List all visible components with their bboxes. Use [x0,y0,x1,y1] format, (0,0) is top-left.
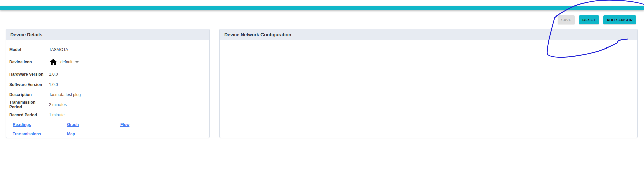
graph-link[interactable]: Graph [67,122,79,127]
field-value: 2 minutes [49,102,67,107]
field-value: TASMOTA [49,47,68,52]
readings-link[interactable]: Readings [13,122,31,127]
field-hardware-version: Hardware Version 1.0.0 [9,69,209,80]
home-icon [49,58,58,66]
field-software-version: Software Version 1.0.0 [9,80,209,90]
field-label: Description [9,92,49,97]
flow-link[interactable]: Flow [120,122,129,127]
field-value: 1.0.0 [49,82,58,87]
field-label: Device Icon [9,60,49,64]
page: SAVE RESET ADD SENSOR Device Details Mod… [0,0,644,190]
field-label: Transmission Period [9,100,49,109]
toolbar: SAVE RESET ADD SENSOR [558,15,636,24]
field-label: Record Period [9,113,49,117]
top-accent-bar [0,6,644,10]
field-value: 1 minute [49,113,65,117]
links-row-1: Readings Graph Flow [9,120,209,129]
device-icon-value: default [60,60,72,64]
links-row-2: Transmissions Map [9,129,209,139]
device-network-configuration-title: Device Network Configuration [220,29,637,40]
field-label: Model [9,47,49,52]
map-link[interactable]: Map [67,132,75,136]
device-network-configuration-body [220,40,637,44]
device-icon-select[interactable]: default [49,58,79,66]
chevron-down-icon [75,61,79,63]
field-record-period: Record Period 1 minute [9,110,209,120]
field-device-icon: Device Icon default [9,55,209,69]
device-network-configuration-panel: Device Network Configuration [219,29,638,138]
field-value: Tasmota test plug [49,92,81,97]
device-details-panel: Device Details Model TASMOTA Device Icon… [6,29,210,138]
field-label: Software Version [9,82,49,87]
save-button[interactable]: SAVE [558,15,575,24]
field-value: 1.0.0 [49,72,58,77]
reset-button[interactable]: RESET [579,15,599,24]
field-description: Description Tasmota test plug [9,90,209,100]
device-details-title: Device Details [6,29,209,40]
field-model: Model TASMOTA [9,44,209,55]
field-label: Hardware Version [9,72,49,77]
add-sensor-button[interactable]: ADD SENSOR [603,15,636,24]
device-details-body: Model TASMOTA Device Icon default Hardwa… [6,40,209,139]
transmissions-link[interactable]: Transmissions [13,132,41,136]
field-transmission-period: Transmission Period 2 minutes [9,100,209,110]
